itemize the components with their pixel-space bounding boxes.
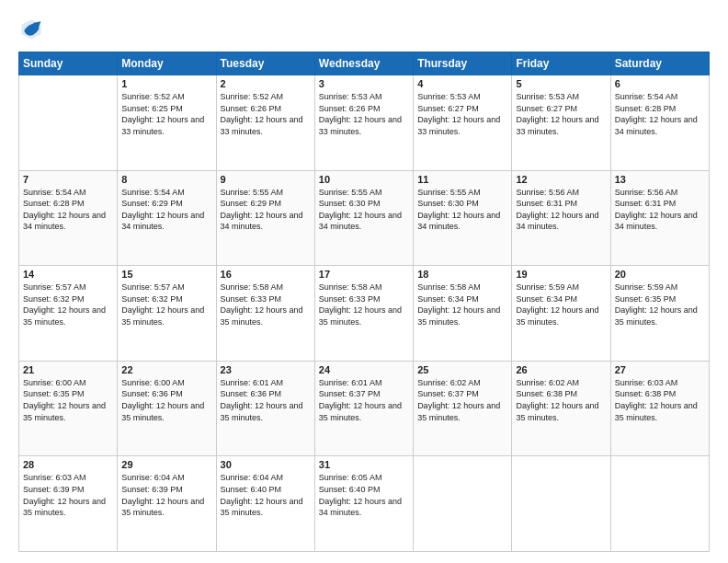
cell-info: Sunrise: 5:58 AMSunset: 6:33 PMDaylight:… <box>221 282 311 327</box>
cell-info: Sunrise: 5:59 AMSunset: 6:35 PMDaylight:… <box>615 282 705 327</box>
day-number: 14 <box>23 269 113 280</box>
calendar-cell: 19Sunrise: 5:59 AMSunset: 6:34 PMDayligh… <box>512 266 610 362</box>
cell-info: Sunrise: 6:04 AMSunset: 6:39 PMDaylight:… <box>121 472 211 518</box>
day-number: 10 <box>319 174 409 185</box>
calendar-cell: 14Sunrise: 5:57 AMSunset: 6:32 PMDayligh… <box>19 266 118 362</box>
day-number: 18 <box>417 269 507 280</box>
cell-info: Sunrise: 6:01 AMSunset: 6:36 PMDaylight:… <box>221 377 311 423</box>
calendar-cell <box>414 456 512 552</box>
day-number: 26 <box>516 364 606 375</box>
calendar-week-2: 7Sunrise: 5:54 AMSunset: 6:28 PMDaylight… <box>19 170 710 266</box>
day-number: 13 <box>615 174 705 185</box>
calendar-cell <box>512 456 610 552</box>
cell-info: Sunrise: 5:54 AMSunset: 6:28 PMDaylight:… <box>615 91 705 137</box>
day-number: 15 <box>121 269 211 280</box>
cell-info: Sunrise: 5:54 AMSunset: 6:29 PMDaylight:… <box>121 187 211 233</box>
cell-info: Sunrise: 5:53 AMSunset: 6:26 PMDaylight:… <box>319 91 409 137</box>
day-number: 6 <box>615 78 705 89</box>
cell-info: Sunrise: 6:02 AMSunset: 6:37 PMDaylight:… <box>417 377 507 423</box>
calendar-cell: 29Sunrise: 6:04 AMSunset: 6:39 PMDayligh… <box>118 456 216 552</box>
day-number: 24 <box>319 364 409 375</box>
day-number: 1 <box>121 78 211 89</box>
calendar-cell: 24Sunrise: 6:01 AMSunset: 6:37 PMDayligh… <box>314 361 413 456</box>
cell-info: Sunrise: 5:56 AMSunset: 6:31 PMDaylight:… <box>516 187 606 233</box>
cell-info: Sunrise: 5:55 AMSunset: 6:30 PMDaylight:… <box>319 187 409 233</box>
day-number: 16 <box>221 269 311 280</box>
day-number: 7 <box>23 174 113 185</box>
day-number: 19 <box>516 269 606 280</box>
calendar-cell: 9Sunrise: 5:55 AMSunset: 6:29 PMDaylight… <box>216 170 314 266</box>
calendar-table: SundayMondayTuesdayWednesdayThursdayFrid… <box>18 52 710 552</box>
calendar-cell: 13Sunrise: 5:56 AMSunset: 6:31 PMDayligh… <box>610 170 709 266</box>
calendar-cell: 12Sunrise: 5:56 AMSunset: 6:31 PMDayligh… <box>512 170 610 266</box>
calendar-week-3: 14Sunrise: 5:57 AMSunset: 6:32 PMDayligh… <box>19 266 710 362</box>
calendar-cell: 11Sunrise: 5:55 AMSunset: 6:30 PMDayligh… <box>414 170 512 266</box>
calendar-cell: 7Sunrise: 5:54 AMSunset: 6:28 PMDaylight… <box>19 170 118 266</box>
cell-info: Sunrise: 5:53 AMSunset: 6:27 PMDaylight:… <box>417 91 507 137</box>
logo <box>18 17 48 42</box>
calendar-cell: 27Sunrise: 6:03 AMSunset: 6:38 PMDayligh… <box>610 361 709 456</box>
calendar-cell: 1Sunrise: 5:52 AMSunset: 6:25 PMDaylight… <box>118 75 216 171</box>
calendar-cell: 16Sunrise: 5:58 AMSunset: 6:33 PMDayligh… <box>216 266 314 362</box>
day-header-monday: Monday <box>118 52 216 75</box>
cell-info: Sunrise: 5:52 AMSunset: 6:26 PMDaylight:… <box>221 91 311 137</box>
logo-icon <box>18 17 44 42</box>
calendar-week-5: 28Sunrise: 6:03 AMSunset: 6:39 PMDayligh… <box>19 456 710 552</box>
cell-info: Sunrise: 6:02 AMSunset: 6:38 PMDaylight:… <box>516 377 606 423</box>
day-number: 23 <box>221 364 311 375</box>
calendar-cell: 3Sunrise: 5:53 AMSunset: 6:26 PMDaylight… <box>314 75 413 171</box>
cell-info: Sunrise: 5:53 AMSunset: 6:27 PMDaylight:… <box>516 91 606 137</box>
day-header-saturday: Saturday <box>610 52 709 75</box>
day-number: 30 <box>221 459 311 470</box>
day-number: 9 <box>221 174 311 185</box>
cell-info: Sunrise: 6:04 AMSunset: 6:40 PMDaylight:… <box>221 472 311 518</box>
cell-info: Sunrise: 5:54 AMSunset: 6:28 PMDaylight:… <box>23 187 113 233</box>
day-number: 17 <box>319 269 409 280</box>
day-number: 3 <box>319 78 409 89</box>
calendar-cell: 5Sunrise: 5:53 AMSunset: 6:27 PMDaylight… <box>512 75 610 171</box>
cell-info: Sunrise: 5:55 AMSunset: 6:29 PMDaylight:… <box>221 187 311 233</box>
calendar-cell: 20Sunrise: 5:59 AMSunset: 6:35 PMDayligh… <box>610 266 709 362</box>
cell-info: Sunrise: 6:00 AMSunset: 6:36 PMDaylight:… <box>121 377 211 423</box>
page: SundayMondayTuesdayWednesdayThursdayFrid… <box>0 0 728 563</box>
calendar-cell: 31Sunrise: 6:05 AMSunset: 6:40 PMDayligh… <box>314 456 413 552</box>
day-number: 5 <box>516 78 606 89</box>
cell-info: Sunrise: 6:01 AMSunset: 6:37 PMDaylight:… <box>319 377 409 423</box>
calendar-week-4: 21Sunrise: 6:00 AMSunset: 6:35 PMDayligh… <box>19 361 710 456</box>
day-number: 25 <box>417 364 507 375</box>
day-number: 31 <box>319 459 409 470</box>
day-number: 29 <box>121 459 211 470</box>
calendar-cell: 8Sunrise: 5:54 AMSunset: 6:29 PMDaylight… <box>118 170 216 266</box>
cell-info: Sunrise: 5:58 AMSunset: 6:33 PMDaylight:… <box>319 282 409 327</box>
calendar-cell: 2Sunrise: 5:52 AMSunset: 6:26 PMDaylight… <box>216 75 314 171</box>
day-header-thursday: Thursday <box>414 52 512 75</box>
calendar-cell: 21Sunrise: 6:00 AMSunset: 6:35 PMDayligh… <box>19 361 118 456</box>
calendar-cell <box>19 75 118 171</box>
cell-info: Sunrise: 6:03 AMSunset: 6:38 PMDaylight:… <box>615 377 705 423</box>
day-number: 11 <box>417 174 507 185</box>
calendar-cell: 15Sunrise: 5:57 AMSunset: 6:32 PMDayligh… <box>118 266 216 362</box>
day-number: 4 <box>417 78 507 89</box>
cell-info: Sunrise: 5:59 AMSunset: 6:34 PMDaylight:… <box>516 282 606 327</box>
day-number: 22 <box>121 364 211 375</box>
cell-info: Sunrise: 6:03 AMSunset: 6:39 PMDaylight:… <box>23 472 113 518</box>
day-header-sunday: Sunday <box>19 52 118 75</box>
cell-info: Sunrise: 5:55 AMSunset: 6:30 PMDaylight:… <box>417 187 507 233</box>
calendar-cell: 17Sunrise: 5:58 AMSunset: 6:33 PMDayligh… <box>314 266 413 362</box>
cell-info: Sunrise: 5:57 AMSunset: 6:32 PMDaylight:… <box>121 282 211 327</box>
calendar-cell: 6Sunrise: 5:54 AMSunset: 6:28 PMDaylight… <box>610 75 709 171</box>
cell-info: Sunrise: 6:05 AMSunset: 6:40 PMDaylight:… <box>319 472 409 518</box>
cell-info: Sunrise: 5:52 AMSunset: 6:25 PMDaylight:… <box>121 91 211 137</box>
day-number: 20 <box>615 269 705 280</box>
day-number: 2 <box>221 78 311 89</box>
day-header-friday: Friday <box>512 52 610 75</box>
cell-info: Sunrise: 6:00 AMSunset: 6:35 PMDaylight:… <box>23 377 113 423</box>
day-number: 8 <box>121 174 211 185</box>
header-row: SundayMondayTuesdayWednesdayThursdayFrid… <box>19 52 710 75</box>
day-header-wednesday: Wednesday <box>314 52 413 75</box>
day-header-tuesday: Tuesday <box>216 52 314 75</box>
calendar-cell: 28Sunrise: 6:03 AMSunset: 6:39 PMDayligh… <box>19 456 118 552</box>
calendar-cell: 10Sunrise: 5:55 AMSunset: 6:30 PMDayligh… <box>314 170 413 266</box>
calendar-cell: 25Sunrise: 6:02 AMSunset: 6:37 PMDayligh… <box>414 361 512 456</box>
calendar-cell: 22Sunrise: 6:00 AMSunset: 6:36 PMDayligh… <box>118 361 216 456</box>
